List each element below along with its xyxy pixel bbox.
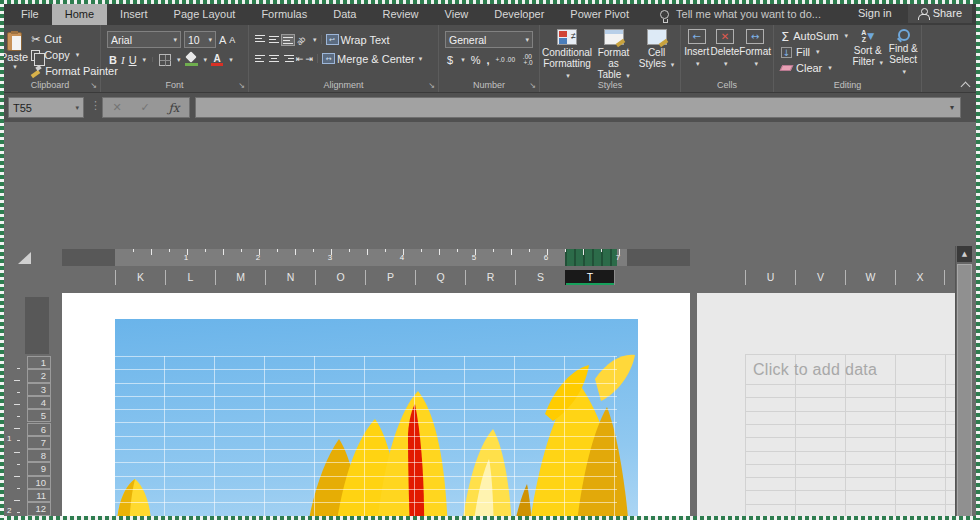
name-box-dropdown-icon[interactable]: ▾: [75, 104, 79, 112]
worksheet-page-2[interactable]: Click to add data: [697, 293, 955, 520]
collapse-ribbon-button[interactable]: [962, 82, 970, 87]
row-header-5[interactable]: 5: [27, 409, 51, 422]
font-size-combobox[interactable]: 10 ▾: [184, 31, 216, 48]
tab-data[interactable]: Data: [320, 3, 369, 25]
tab-page-layout[interactable]: Page Layout: [161, 3, 249, 25]
column-header-U[interactable]: U: [745, 270, 795, 285]
row-header-7[interactable]: 7: [27, 436, 51, 449]
row-header-11[interactable]: 11: [27, 489, 51, 502]
increase-indent-button[interactable]: ⇥: [306, 54, 314, 64]
increase-decimal-button[interactable]: +.0 .00: [495, 57, 515, 63]
tab-file[interactable]: File: [8, 3, 52, 25]
decrease-decimal-button[interactable]: .00 +.0: [521, 54, 535, 66]
column-header-Q[interactable]: Q: [415, 270, 465, 285]
row-header-3[interactable]: 3: [27, 383, 51, 396]
comma-style-button[interactable]: ,: [486, 54, 489, 66]
format-dropdown-icon[interactable]: ▾: [754, 59, 758, 70]
font-color-icon[interactable]: A: [211, 53, 223, 66]
currency-dropdown-icon[interactable]: ▾: [461, 56, 465, 64]
font-color-dropdown-icon[interactable]: ▾: [229, 56, 233, 64]
column-header-W[interactable]: W: [845, 270, 895, 285]
fill-color-dropdown-icon[interactable]: ▾: [204, 56, 208, 64]
sign-in-link[interactable]: Sign in: [858, 7, 892, 19]
name-box[interactable]: T55 ▾: [8, 97, 84, 118]
column-header-S[interactable]: S: [515, 270, 565, 285]
tab-home[interactable]: Home: [52, 3, 107, 25]
column-header-N[interactable]: N: [265, 270, 315, 285]
column-header-P[interactable]: P: [365, 270, 415, 285]
italic-button[interactable]: I: [121, 54, 125, 66]
align-right-button[interactable]: [282, 54, 294, 64]
column-header-K[interactable]: K: [115, 270, 165, 285]
tab-power-pivot[interactable]: Power Pivot: [557, 3, 642, 25]
borders-icon[interactable]: [159, 54, 171, 66]
cancel-icon[interactable]: ✕: [112, 101, 121, 114]
number-format-combobox[interactable]: General ▾: [445, 31, 533, 48]
orientation-button[interactable]: ab: [295, 32, 311, 48]
number-dialog-launcher[interactable]: ↘: [529, 81, 536, 90]
clipboard-dialog-launcher[interactable]: ↘: [90, 81, 97, 90]
column-header-X[interactable]: X: [895, 270, 945, 285]
column-header-O[interactable]: O: [315, 270, 365, 285]
row-header-6[interactable]: 6: [27, 423, 51, 436]
column-header-L[interactable]: L: [165, 270, 215, 285]
decrease-indent-button[interactable]: ⇤: [296, 54, 304, 64]
row-header-10[interactable]: 10: [27, 476, 51, 489]
click-to-add-data-placeholder[interactable]: Click to add data: [753, 361, 877, 379]
tab-review[interactable]: Review: [369, 3, 431, 25]
tab-view[interactable]: View: [432, 3, 482, 25]
alignment-dialog-launcher[interactable]: ↘: [428, 81, 435, 90]
column-header-R[interactable]: R: [465, 270, 515, 285]
expand-formula-bar-icon[interactable]: ▾: [950, 103, 954, 112]
font-family-combobox[interactable]: Arial ▾: [107, 31, 181, 48]
formula-bar-resize-handle[interactable]: ⋮: [90, 99, 101, 112]
number-format-dropdown-icon[interactable]: ▾: [525, 36, 529, 44]
middle-align-button[interactable]: [268, 35, 280, 45]
borders-dropdown-icon[interactable]: ▾: [177, 56, 181, 64]
tab-developer[interactable]: Developer: [481, 3, 557, 25]
column-header-M[interactable]: M: [215, 270, 265, 285]
fill-button[interactable]: ↓ Fill ▾: [778, 44, 850, 60]
underline-dropdown-icon[interactable]: ▾: [143, 56, 147, 64]
share-button[interactable]: Share: [908, 2, 972, 23]
underline-button[interactable]: U: [129, 54, 137, 66]
insert-function-icon[interactable]: ƒx: [168, 101, 179, 115]
shrink-font-button[interactable]: A: [229, 35, 235, 45]
tab-formulas[interactable]: Formulas: [248, 3, 320, 25]
fill-color-icon[interactable]: [185, 53, 198, 66]
grow-font-button[interactable]: A: [219, 34, 226, 46]
tab-insert[interactable]: Insert: [107, 3, 161, 25]
delete-dropdown-icon[interactable]: ▾: [724, 59, 728, 70]
align-left-button[interactable]: [254, 54, 266, 64]
column-header-T[interactable]: T: [565, 270, 615, 285]
fill-dropdown-icon[interactable]: ▾: [816, 48, 820, 56]
bold-button[interactable]: B: [109, 54, 117, 66]
font-family-dropdown-icon[interactable]: ▾: [173, 36, 177, 44]
paste-dropdown-icon[interactable]: ▾: [13, 63, 17, 71]
font-size-dropdown-icon[interactable]: ▾: [208, 36, 212, 44]
orientation-dropdown-icon[interactable]: ▾: [313, 36, 317, 44]
merge-center-dropdown-icon[interactable]: ▾: [419, 55, 423, 63]
tell-me-box[interactable]: Tell me what you want to do...: [660, 3, 821, 25]
row-header-4[interactable]: 4: [27, 396, 51, 409]
autosum-dropdown-icon[interactable]: ▾: [844, 32, 848, 40]
scroll-up-icon[interactable]: ▲: [957, 246, 972, 262]
merge-center-button[interactable]: Merge & Center: [337, 53, 415, 65]
enter-icon[interactable]: ✓: [140, 101, 149, 114]
font-dialog-launcher[interactable]: ↘: [238, 81, 245, 90]
row-header-1[interactable]: 1: [27, 356, 51, 369]
insert-dropdown-icon[interactable]: ▾: [696, 59, 700, 70]
top-align-button[interactable]: [254, 35, 266, 45]
currency-button[interactable]: $: [447, 54, 453, 66]
row-header-2[interactable]: 2: [27, 369, 51, 382]
select-all-corner-icon[interactable]: [18, 252, 31, 264]
clear-dropdown-icon[interactable]: ▾: [828, 64, 832, 72]
wrap-text-button[interactable]: Wrap Text: [341, 34, 390, 46]
row-header-13[interactable]: 13: [27, 516, 51, 520]
column-header-V[interactable]: V: [795, 270, 845, 285]
row-header-8[interactable]: 8: [27, 449, 51, 462]
row-header-9[interactable]: 9: [27, 462, 51, 475]
clear-button[interactable]: Clear ▾: [778, 60, 850, 76]
percent-button[interactable]: %: [471, 54, 481, 66]
align-center-button[interactable]: [268, 54, 280, 64]
